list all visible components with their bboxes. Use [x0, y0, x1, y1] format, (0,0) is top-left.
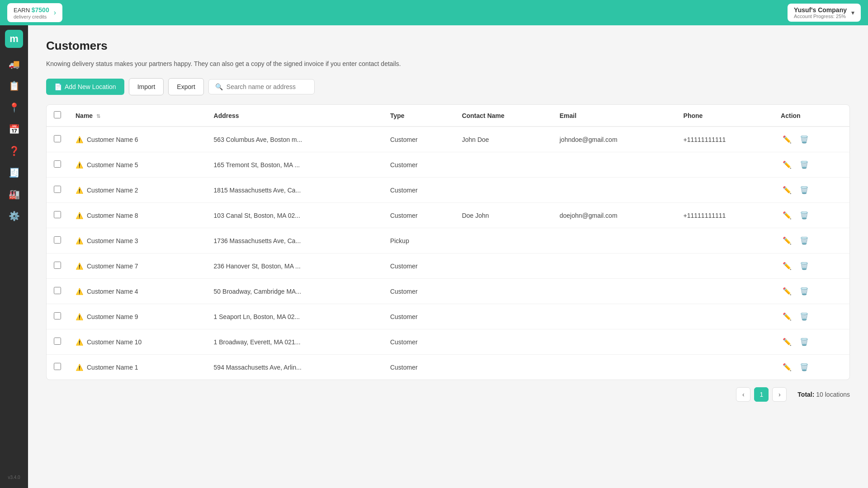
page-description: Knowing delivery status makes your partn… — [46, 60, 850, 67]
add-new-location-button[interactable]: 📄 Add New Location — [46, 79, 124, 95]
row-contact-3: Doe John — [455, 203, 552, 228]
delete-button-7[interactable]: 🗑️ — [798, 310, 811, 323]
edit-button-0[interactable]: ✏️ — [781, 133, 793, 145]
row-checkbox-5[interactable] — [54, 262, 61, 269]
customer-name-1: Customer Name 5 — [87, 161, 138, 169]
edit-button-3[interactable]: ✏️ — [781, 209, 793, 221]
customers-table: Name ⇅ Address Type Contact Name Email P… — [47, 105, 849, 380]
select-all-checkbox[interactable] — [54, 111, 61, 118]
row-checkbox-cell — [47, 279, 68, 304]
row-checkbox-4[interactable] — [54, 236, 61, 244]
customer-name-9: Customer Name 1 — [87, 364, 138, 371]
edit-button-8[interactable]: ✏️ — [781, 336, 793, 348]
table-body: ⚠️ Customer Name 6 563 Columbus Ave, Bos… — [47, 127, 849, 380]
page-1-button[interactable]: 1 — [754, 387, 769, 402]
edit-button-4[interactable]: ✏️ — [781, 235, 793, 247]
row-checkbox-cell — [47, 355, 68, 380]
export-button[interactable]: Export — [168, 78, 203, 95]
next-page-button[interactable]: › — [772, 387, 787, 402]
edit-button-5[interactable]: ✏️ — [781, 260, 793, 272]
row-email-0: johndoe@gmail.com — [552, 127, 676, 152]
row-checkbox-0[interactable] — [54, 135, 61, 142]
sidebar-item-location[interactable]: 📍 — [4, 98, 24, 117]
edit-button-2[interactable]: ✏️ — [781, 184, 793, 196]
row-action-5: ✏️ 🗑️ — [774, 253, 849, 279]
edit-button-9[interactable]: ✏️ — [781, 361, 793, 373]
row-checkbox-3[interactable] — [54, 211, 61, 218]
earn-arrow-icon: › — [54, 9, 56, 17]
earn-banner[interactable]: EARN $7500 delivery credits › — [7, 3, 62, 22]
search-icon: 🔍 — [215, 83, 223, 90]
customer-name-4: Customer Name 3 — [87, 237, 138, 244]
import-button[interactable]: Import — [129, 78, 164, 95]
row-action-3: ✏️ 🗑️ — [774, 203, 849, 228]
sidebar-item-warehouse[interactable]: 🏭 — [4, 184, 24, 204]
delete-button-1[interactable]: 🗑️ — [798, 159, 811, 171]
row-checkbox-1[interactable] — [54, 160, 61, 168]
sidebar-item-help[interactable]: ❓ — [4, 141, 24, 161]
table-row: ⚠️ Customer Name 10 1 Broadway, Everett,… — [47, 329, 849, 355]
delete-button-9[interactable]: 🗑️ — [798, 361, 811, 373]
row-phone-9 — [676, 355, 774, 380]
table-row: ⚠️ Customer Name 6 563 Columbus Ave, Bos… — [47, 127, 849, 152]
row-checkbox-cell — [47, 127, 68, 152]
row-checkbox-cell — [47, 178, 68, 203]
row-action-4: ✏️ 🗑️ — [774, 228, 849, 253]
edit-button-7[interactable]: ✏️ — [781, 310, 793, 323]
row-action-6: ✏️ 🗑️ — [774, 279, 849, 304]
sidebar-item-calendar[interactable]: 📅 — [4, 119, 24, 139]
row-type-4: Pickup — [383, 228, 455, 253]
row-action-8: ✏️ 🗑️ — [774, 329, 849, 355]
delete-button-3[interactable]: 🗑️ — [798, 209, 811, 221]
sidebar-item-delivery[interactable]: 🚚 — [4, 54, 24, 74]
customer-name-3: Customer Name 8 — [87, 212, 138, 219]
customers-table-wrapper: Name ⇅ Address Type Contact Name Email P… — [46, 104, 850, 380]
delete-button-4[interactable]: 🗑️ — [798, 235, 811, 247]
add-button-label: Add New Location — [65, 83, 116, 90]
warning-icon-6: ⚠️ — [75, 288, 83, 295]
row-checkbox-9[interactable] — [54, 363, 61, 370]
row-checkbox-8[interactable] — [54, 338, 61, 345]
delete-button-2[interactable]: 🗑️ — [798, 184, 811, 196]
toolbar: 📄 Add New Location Import Export 🔍 — [46, 78, 850, 95]
delete-button-8[interactable]: 🗑️ — [798, 336, 811, 348]
delete-button-0[interactable]: 🗑️ — [798, 133, 811, 145]
sidebar-item-orders[interactable]: 📋 — [4, 76, 24, 96]
row-checkbox-2[interactable] — [54, 186, 61, 193]
sidebar-version: v3.4.0 — [8, 471, 20, 483]
company-dropdown[interactable]: Yusuf's Company Account Progress: 25% ▾ — [788, 4, 861, 22]
customer-name-2: Customer Name 2 — [87, 187, 138, 194]
sidebar-item-invoice[interactable]: 🧾 — [4, 163, 24, 183]
row-contact-0: John Doe — [455, 127, 552, 152]
row-checkbox-6[interactable] — [54, 287, 61, 294]
edit-button-6[interactable]: ✏️ — [781, 285, 793, 297]
col-type: Type — [383, 105, 455, 127]
row-name-9: ⚠️ Customer Name 1 — [68, 355, 207, 380]
search-input[interactable] — [226, 83, 308, 90]
sidebar-item-settings[interactable]: ⚙️ — [4, 206, 24, 226]
delete-button-6[interactable]: 🗑️ — [798, 285, 811, 297]
pagination-area: ‹ 1 › Total: 10 locations — [46, 380, 850, 409]
row-address-9: 594 Massachusetts Ave, Arlin... — [207, 355, 383, 380]
row-name-0: ⚠️ Customer Name 6 — [68, 127, 207, 152]
delete-button-5[interactable]: 🗑️ — [798, 260, 811, 272]
row-email-2 — [552, 178, 676, 203]
table-row: ⚠️ Customer Name 5 165 Tremont St, Bosto… — [47, 152, 849, 178]
row-contact-9 — [455, 355, 552, 380]
earn-text-block: EARN $7500 delivery credits — [14, 6, 49, 19]
row-contact-6 — [455, 279, 552, 304]
col-name: Name ⇅ — [68, 105, 207, 127]
row-checkbox-7[interactable] — [54, 312, 61, 319]
row-phone-8 — [676, 329, 774, 355]
customer-name-6: Customer Name 4 — [87, 288, 138, 295]
topbar-left: EARN $7500 delivery credits › — [7, 3, 62, 22]
row-email-3: doejohn@gmail.com — [552, 203, 676, 228]
edit-button-1[interactable]: ✏️ — [781, 159, 793, 171]
earn-prefix: EARN — [14, 7, 32, 14]
row-phone-6 — [676, 279, 774, 304]
row-name-4: ⚠️ Customer Name 3 — [68, 228, 207, 253]
row-action-9: ✏️ 🗑️ — [774, 355, 849, 380]
sort-name-icon[interactable]: ⇅ — [96, 113, 100, 119]
topbar-right: Yusuf's Company Account Progress: 25% ▾ — [788, 4, 861, 22]
prev-page-button[interactable]: ‹ — [736, 387, 750, 402]
